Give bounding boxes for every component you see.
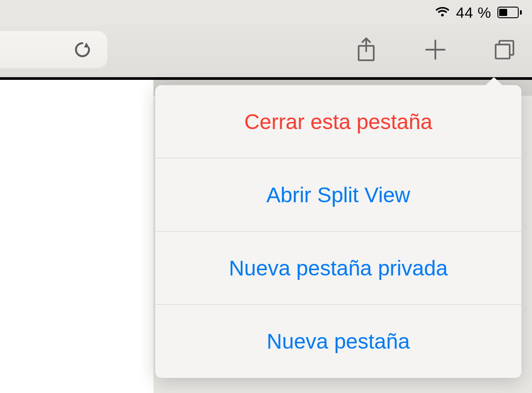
new-tab-button[interactable] <box>421 35 450 64</box>
menu-item-new-private-tab[interactable]: Nueva pestaña privada <box>155 232 521 305</box>
menu-item-close-tab[interactable]: Cerrar esta pestaña <box>155 85 521 158</box>
tabs-context-menu: Cerrar esta pestaña Abrir Split View Nue… <box>155 85 521 378</box>
battery-icon <box>497 7 520 18</box>
page-content <box>0 96 153 393</box>
menu-item-split-view[interactable]: Abrir Split View <box>155 158 521 232</box>
toolbar-actions <box>352 31 519 68</box>
share-button[interactable] <box>352 35 380 64</box>
tabs-button[interactable] <box>490 35 519 64</box>
url-field[interactable] <box>0 31 107 68</box>
menu-item-label: Cerrar esta pestaña <box>244 110 432 134</box>
status-bar: 44 % <box>435 0 532 25</box>
menu-item-label: Nueva pestaña privada <box>229 256 448 280</box>
svg-rect-2 <box>496 44 510 59</box>
menu-item-label: Nueva pestaña <box>267 329 410 354</box>
active-tab[interactable] <box>0 77 153 96</box>
menu-item-label: Abrir Split View <box>266 183 411 207</box>
menu-item-new-tab[interactable]: Nueva pestaña <box>155 305 521 378</box>
reload-icon[interactable] <box>73 40 92 59</box>
battery-percentage: 44 % <box>456 4 492 21</box>
wifi-icon <box>435 5 450 20</box>
popover-arrow <box>485 77 503 86</box>
